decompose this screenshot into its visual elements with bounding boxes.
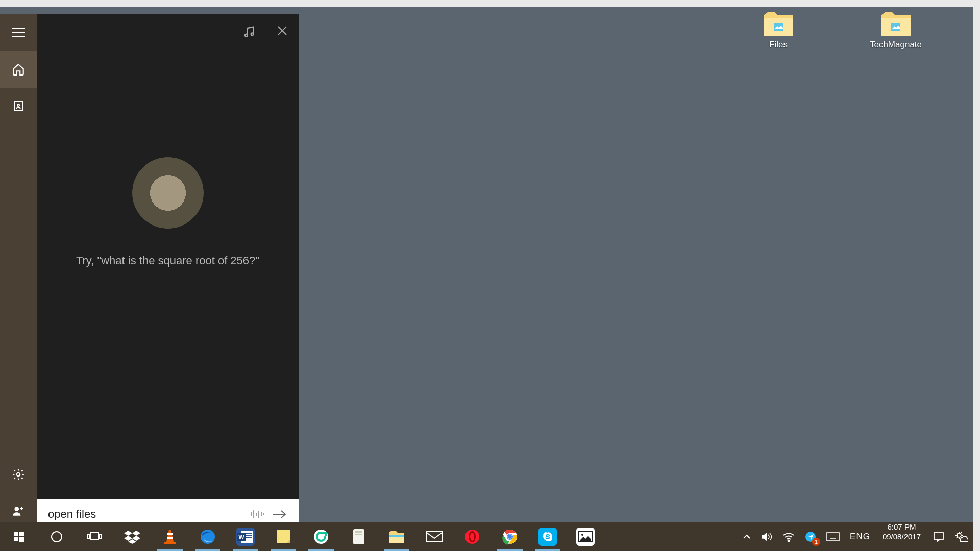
sticky-notes-taskbar-icon[interactable] [264, 522, 302, 551]
input-language[interactable]: ENG [845, 522, 875, 551]
svg-rect-20 [14, 532, 18, 536]
svg-rect-21 [19, 532, 24, 536]
location-tray-icon[interactable]: 1 [800, 522, 821, 551]
svg-point-63 [788, 540, 790, 542]
svg-point-24 [52, 532, 62, 542]
folder-icon [880, 11, 912, 37]
start-button[interactable] [0, 522, 38, 551]
desktop[interactable]: Files TechMagnate [0, 7, 973, 522]
svg-marker-28 [124, 531, 132, 536]
browser-tab-strip [0, 0, 980, 7]
browser-scrollbar-area [973, 0, 980, 551]
cortana-body: Try, "what is the square root of 256?" [37, 14, 299, 530]
svg-rect-25 [90, 533, 99, 540]
dropbox-taskbar-icon[interactable] [113, 522, 151, 551]
desktop-folder-files[interactable]: Files [750, 11, 806, 50]
svg-rect-49 [355, 534, 362, 535]
wifi-icon[interactable] [777, 522, 800, 551]
svg-point-61 [581, 534, 583, 536]
desktop-icon-label: Files [750, 40, 806, 50]
skype-taskbar-icon[interactable] [529, 522, 567, 551]
svg-rect-51 [389, 535, 404, 537]
cortana-taskbar-icon[interactable] [38, 522, 76, 551]
svg-rect-26 [87, 534, 90, 538]
svg-point-6 [17, 104, 19, 106]
clock-date: 09/08/2017 [883, 532, 921, 542]
volume-icon[interactable] [756, 522, 777, 551]
home-icon[interactable] [0, 51, 37, 88]
photos-taskbar-icon[interactable] [567, 522, 604, 551]
file-explorer-taskbar-icon[interactable] [378, 522, 415, 551]
desktop-icon-label: TechMagnate [868, 40, 924, 50]
cortana-hint-text: Try, "what is the square root of 256?" [76, 254, 259, 267]
hamburger-icon[interactable] [0, 14, 37, 51]
weather-tray-icon[interactable] [949, 522, 973, 551]
folder-icon [763, 11, 794, 37]
desktop-folder-techmagnate[interactable]: TechMagnate [868, 11, 924, 50]
cortana-panel: Try, "what is the square root of 256?" [0, 14, 299, 530]
grammarly-taskbar-icon[interactable] [302, 522, 340, 551]
ereader-taskbar-icon[interactable] [340, 522, 378, 551]
svg-rect-66 [827, 533, 839, 541]
cortana-search-input[interactable] [48, 508, 242, 521]
svg-text:W: W [238, 534, 244, 541]
svg-rect-34 [167, 533, 173, 535]
taskbar-clock[interactable]: 6:07 PM 09/08/2017 [875, 522, 928, 551]
vlc-taskbar-icon[interactable] [151, 522, 189, 551]
notebook-icon[interactable] [0, 88, 37, 124]
waveform-icon [250, 508, 265, 520]
svg-marker-29 [132, 531, 140, 536]
svg-rect-52 [427, 532, 442, 542]
touch-keyboard-icon[interactable] [821, 522, 845, 551]
svg-point-7 [17, 473, 20, 477]
svg-point-59 [508, 535, 512, 539]
svg-rect-35 [167, 537, 173, 539]
edge-taskbar-icon[interactable] [189, 522, 227, 551]
svg-rect-48 [355, 531, 362, 533]
svg-rect-73 [934, 533, 943, 539]
tray-overflow-icon[interactable] [738, 522, 756, 551]
svg-point-74 [957, 533, 961, 537]
cortana-listening-ring-icon [132, 157, 204, 229]
task-view-icon[interactable] [76, 522, 113, 551]
chrome-taskbar-icon[interactable] [491, 522, 529, 551]
action-center-icon[interactable] [928, 522, 949, 551]
settings-icon[interactable] [0, 456, 37, 493]
music-search-icon[interactable] [241, 24, 256, 39]
mail-taskbar-icon[interactable] [415, 522, 453, 551]
svg-marker-33 [166, 530, 174, 542]
svg-marker-62 [762, 533, 767, 540]
tray-badge: 1 [812, 538, 820, 546]
svg-rect-27 [99, 534, 102, 538]
svg-point-55 [470, 533, 474, 541]
svg-rect-36 [164, 542, 176, 544]
close-icon[interactable] [276, 24, 288, 39]
cortana-rail [0, 14, 37, 530]
svg-point-9 [245, 34, 248, 37]
word-taskbar-icon[interactable]: W [227, 522, 264, 551]
submit-arrow-icon[interactable] [272, 509, 287, 519]
svg-rect-23 [19, 537, 24, 542]
svg-point-8 [14, 507, 19, 511]
taskbar: W [0, 522, 973, 551]
clock-time: 6:07 PM [883, 522, 921, 532]
opera-taskbar-icon[interactable] [453, 522, 491, 551]
svg-rect-44 [277, 530, 290, 543]
svg-rect-22 [14, 537, 18, 541]
svg-point-10 [251, 33, 254, 35]
